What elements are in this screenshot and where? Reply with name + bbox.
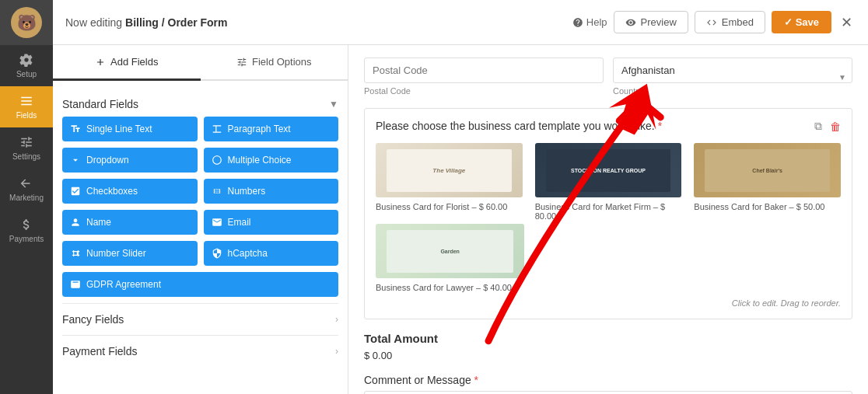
sidebar-settings-label: Settings <box>12 152 40 161</box>
embed-button[interactable]: Embed <box>695 11 765 33</box>
form-name: Billing / Order Form <box>125 16 227 29</box>
bc-img-baker: Chef Blair's <box>694 143 841 197</box>
save-button[interactable]: ✓ Save <box>772 11 831 33</box>
add-fields-icon <box>95 57 106 68</box>
field-btn-dropdown[interactable]: Dropdown <box>62 148 198 173</box>
postal-code-wrap: Postal Code <box>364 58 604 96</box>
tab-add-fields[interactable]: Add Fields <box>53 45 201 81</box>
fancy-fields-label: Fancy Fields <box>62 313 124 326</box>
bc-img-lawyer: Garden <box>376 224 524 278</box>
field-btn-name[interactable]: Name <box>62 210 198 235</box>
field-btn-email[interactable]: Email <box>204 210 339 235</box>
sidebar: 🐻 Setup Fields Settings Marketing Paymen… <box>0 0 53 394</box>
sidebar-item-fields[interactable]: Fields <box>0 86 53 127</box>
multiple-choice-icon <box>212 155 222 166</box>
bc-card-baker: Chef Blair's <box>705 149 829 192</box>
bc-item-market[interactable]: STOCKTON REALTY GROUP Business Card for … <box>535 143 682 221</box>
sidebar-item-marketing[interactable]: Marketing <box>0 169 53 210</box>
editing-prefix: Now editing <box>65 16 125 29</box>
country-wrap: Afghanistan ▼ Country <box>613 58 852 96</box>
field-label: GDPR Agreement <box>86 279 161 290</box>
help-button[interactable]: Help <box>572 16 607 28</box>
field-label: Checkboxes <box>86 186 138 197</box>
bc-delete-button[interactable]: 🗑 <box>828 118 842 134</box>
bc-img-florist: The Village <box>376 143 523 197</box>
bc-section-actions: ⧉ 🗑 <box>813 118 842 134</box>
content-area: Add Fields Field Options Standard Fields… <box>53 45 868 394</box>
country-label: Country <box>613 86 852 96</box>
gear-icon <box>19 53 33 67</box>
bc-label-florist: Business Card for Florist – $ 60.00 <box>376 202 523 211</box>
gdpr-icon <box>70 279 81 290</box>
field-btn-hcaptcha[interactable]: hCaptcha <box>204 241 339 266</box>
tab-field-options[interactable]: Field Options <box>201 45 348 81</box>
embed-label: Embed <box>722 16 754 28</box>
field-label: Multiple Choice <box>228 155 292 166</box>
checkbox-icon <box>70 186 81 197</box>
help-icon <box>572 17 583 28</box>
bc-item-lawyer[interactable]: Garden Business Card for Lawyer – $ 40.0… <box>376 224 524 292</box>
tab-field-options-label: Field Options <box>252 56 312 68</box>
bc-card-florist: The Village <box>387 149 511 192</box>
topbar-actions: Help Preview Embed ✓ Save ✕ <box>572 11 856 34</box>
dropdown-icon <box>70 155 81 166</box>
sidebar-setup-label: Setup <box>16 70 37 78</box>
fancy-fields-chevron: › <box>335 314 338 325</box>
select-arrow-icon: ▼ <box>838 72 846 81</box>
field-btn-numbers[interactable]: Numbers <box>204 179 339 204</box>
field-label: Name <box>86 217 111 228</box>
field-label: Email <box>228 217 251 228</box>
save-label: ✓ Save <box>784 16 819 28</box>
preview-label: Preview <box>641 16 677 28</box>
field-label: Dropdown <box>86 155 129 166</box>
sidebar-item-payments[interactable]: Payments <box>0 210 53 251</box>
right-area: Postal Code Afghanistan ▼ Country <box>348 45 868 394</box>
field-btn-multiple-choice[interactable]: Multiple Choice <box>204 148 339 173</box>
payment-fields-label: Payment Fields <box>62 345 137 357</box>
form-area: Postal Code Afghanistan ▼ Country <box>348 45 868 394</box>
field-btn-gdpr[interactable]: GDPR Agreement <box>62 272 338 297</box>
field-label: hCaptcha <box>228 248 268 259</box>
field-label: Numbers <box>228 186 266 197</box>
country-select[interactable]: Afghanistan <box>613 58 852 83</box>
bc-label-baker: Business Card for Baker – $ 50.00 <box>694 202 841 211</box>
text-icon <box>70 124 81 134</box>
field-btn-number-slider[interactable]: Number Slider <box>62 241 198 266</box>
postal-country-row: Postal Code Afghanistan ▼ Country <box>364 58 852 96</box>
sidebar-item-setup[interactable]: Setup <box>0 45 53 86</box>
bc-label-market: Business Card for Market Firm – $ 80.00 <box>535 202 682 221</box>
fields-icon <box>19 94 33 108</box>
field-btn-single-line-text[interactable]: Single Line Text <box>62 117 198 141</box>
field-options-icon <box>236 57 247 68</box>
main-wrapper: Now editing Billing / Order Form Help Pr… <box>53 0 868 394</box>
bc-img-market: STOCKTON REALTY GROUP <box>535 143 682 197</box>
captcha-icon <box>212 248 222 259</box>
preview-button[interactable]: Preview <box>614 11 688 33</box>
comment-input[interactable] <box>364 391 852 394</box>
bc-card-lawyer: Garden <box>387 230 513 273</box>
bc-grid: The Village Business Card for Florist – … <box>376 143 841 221</box>
bc-item-baker[interactable]: Chef Blair's Business Card for Baker – $… <box>694 143 841 221</box>
paragraph-icon <box>212 124 222 134</box>
comment-section: Comment or Message * <box>364 374 852 394</box>
standard-fields-header[interactable]: Standard Fields ▼ <box>62 90 338 117</box>
sidebar-fields-label: Fields <box>16 111 37 120</box>
bc-item-florist[interactable]: The Village Business Card for Florist – … <box>376 143 523 221</box>
fields-grid: Single Line Text Paragraph Text Dropdown… <box>62 117 338 297</box>
postal-code-label: Postal Code <box>364 86 604 96</box>
comment-label: Comment or Message * <box>364 374 852 386</box>
field-btn-paragraph-text[interactable]: Paragraph Text <box>204 117 339 141</box>
bc-copy-button[interactable]: ⧉ <box>813 118 824 134</box>
sidebar-logo: 🐻 <box>0 0 53 45</box>
topbar-title: Now editing Billing / Order Form <box>65 16 563 29</box>
fancy-fields-section[interactable]: Fancy Fields › <box>62 303 338 335</box>
payment-fields-section[interactable]: Payment Fields › <box>62 335 338 367</box>
field-btn-checkboxes[interactable]: Checkboxes <box>62 179 198 204</box>
bc-hint: Click to edit. Drag to reorder. <box>376 298 841 308</box>
help-label: Help <box>586 16 607 28</box>
field-label: Number Slider <box>86 248 146 259</box>
close-button[interactable]: ✕ <box>838 11 856 34</box>
postal-code-input[interactable] <box>364 58 604 83</box>
standard-fields-label: Standard Fields <box>62 98 138 110</box>
sidebar-item-settings[interactable]: Settings <box>0 127 53 169</box>
